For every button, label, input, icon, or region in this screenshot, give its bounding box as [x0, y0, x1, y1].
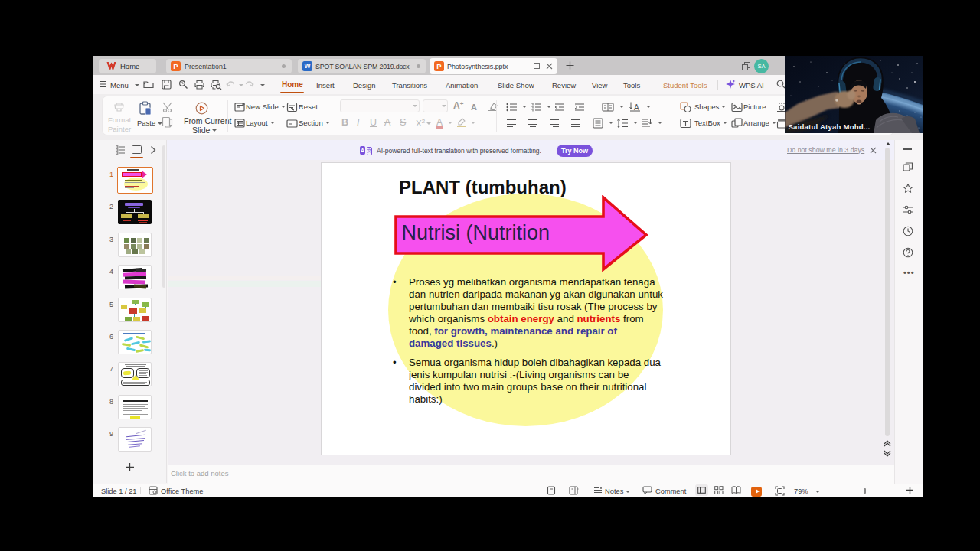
svg-text:A: A — [634, 103, 639, 112]
svg-text:Saidatul Atyah Mohd...: Saidatul Atyah Mohd... — [789, 122, 871, 131]
